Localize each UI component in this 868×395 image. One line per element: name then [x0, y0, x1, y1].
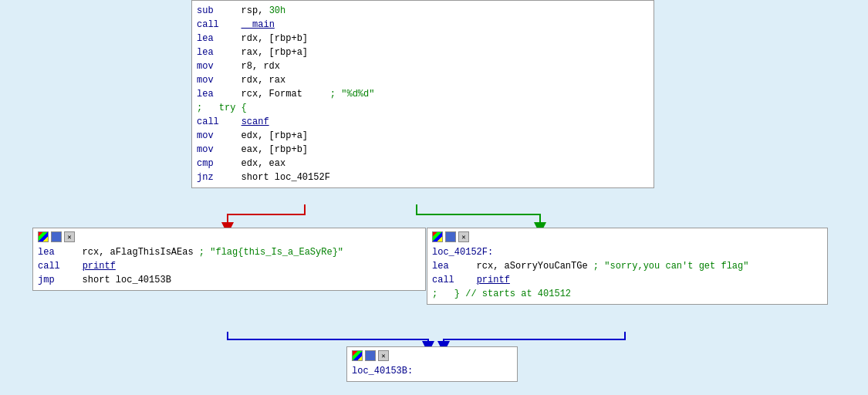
code-line: lea rdx, [rbp+b] [197, 32, 649, 46]
code-line: call scanf [197, 115, 649, 129]
title-bar: ✕ [38, 231, 420, 242]
x-icon: ✕ [458, 231, 469, 242]
code-line: lea rcx, aSorryYouCanTGe ; "sorry,you ca… [432, 259, 822, 273]
grid-icon [352, 350, 363, 361]
save-icon [445, 231, 456, 242]
save-icon [51, 231, 62, 242]
code-line: lea rcx, Format ; "%d%d" [197, 87, 649, 101]
code-line: mov eax, [rbp+b] [197, 143, 649, 157]
save-icon [365, 350, 376, 361]
right-code-block: ✕ loc_40152F: lea rcx, aSorryYouCanTGe ;… [427, 228, 828, 305]
code-line: mov rdx, rax [197, 73, 649, 87]
x-icon: ✕ [64, 231, 75, 242]
code-line: lea rax, [rbp+a] [197, 46, 649, 59]
code-line: ; } // starts at 401512 [432, 287, 822, 301]
code-line: sub rsp, 30h [197, 4, 649, 18]
code-line: loc_40153B: [352, 364, 512, 378]
code-line: mov r8, rdx [197, 59, 649, 73]
x-icon: ✕ [378, 350, 389, 361]
bottom-code-block: ✕ loc_40153B: [346, 346, 518, 382]
code-line: loc_40152F: [432, 245, 822, 259]
title-bar: ✕ [352, 350, 512, 361]
title-bar: ✕ [432, 231, 822, 242]
code-line: mov edx, [rbp+a] [197, 129, 649, 143]
code-line: cmp edx, eax [197, 157, 649, 170]
code-line: call printf [38, 259, 420, 273]
main-code-block: sub rsp, 30h call __main lea rdx, [rbp+b… [191, 0, 654, 188]
code-line: lea rcx, aFlagThisIsAEas ; "flag{this_Is… [38, 245, 420, 259]
code-line: ; try { [197, 101, 649, 115]
code-line: call __main [197, 18, 649, 32]
left-code-block: ✕ lea rcx, aFlagThisIsAEas ; "flag{this_… [32, 228, 426, 291]
grid-icon [38, 231, 49, 242]
grid-icon [432, 231, 443, 242]
code-line: call printf [432, 273, 822, 287]
code-line: jmp short loc_40153B [38, 273, 420, 287]
code-line: jnz short loc_40152F [197, 170, 649, 184]
